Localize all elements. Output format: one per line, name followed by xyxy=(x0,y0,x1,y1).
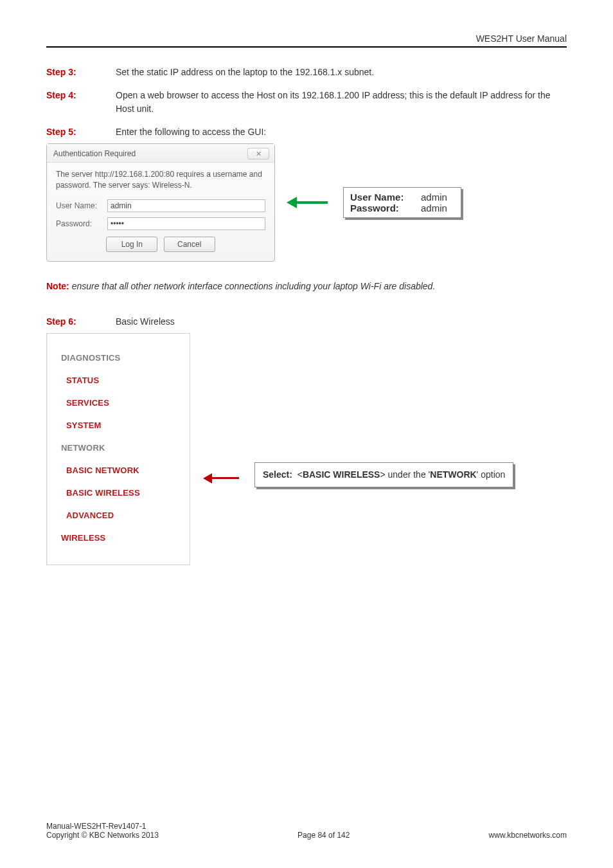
step3-label: Step 3: xyxy=(46,66,116,80)
cancel-button[interactable]: Cancel xyxy=(164,237,215,252)
select-instruction: Select: <BASIC WIRELESS> under the 'NETW… xyxy=(254,462,513,487)
auth-title-text: Authentication Required xyxy=(53,149,136,158)
select-prefix-bold: Select: xyxy=(263,469,292,480)
cred-pass-val: admin xyxy=(421,203,454,213)
note-text: ensure that all other network interface … xyxy=(69,281,436,291)
menu-services[interactable]: SERVICES xyxy=(47,392,190,414)
cred-user-key: User Name: xyxy=(350,192,421,203)
menu-basic-wireless[interactable]: BASIC WIRELESS xyxy=(47,482,190,504)
header-title: WES2HT User Manual xyxy=(46,33,567,48)
menu-network[interactable]: NETWORK xyxy=(47,437,190,459)
select-lt: < xyxy=(295,469,303,480)
auth-message: The server http://192.168.1.200:80 requi… xyxy=(56,169,265,191)
select-basic-wireless: BASIC WIRELESS xyxy=(303,469,380,480)
select-q2: ' option xyxy=(477,469,506,480)
username-label: User Name: xyxy=(56,201,107,210)
close-icon[interactable]: ✕ xyxy=(247,148,269,159)
menu-basic-network[interactable]: BASIC NETWORK xyxy=(47,459,190,482)
select-gt: > under the xyxy=(380,469,425,480)
menu-system[interactable]: SYSTEM xyxy=(47,414,190,437)
cred-pass-key: Password: xyxy=(350,203,421,213)
username-input[interactable] xyxy=(107,199,265,212)
password-input[interactable] xyxy=(107,217,265,230)
footer-page: Page 84 of 142 xyxy=(298,831,350,840)
footer-copyright: Copyright © KBC Networks 2013 xyxy=(46,831,159,840)
note-label: Note: xyxy=(46,281,69,291)
step4-label: Step 4: xyxy=(46,89,116,116)
step6-label: Step 6: xyxy=(46,315,116,329)
menu-wireless[interactable]: WIRELESS xyxy=(47,527,190,549)
footer-manual-id: Manual-WES2HT-Rev1407-1 xyxy=(46,822,159,831)
credentials-box: User Name:admin Password:admin xyxy=(343,187,461,218)
footer-url: www.kbcnetworks.com xyxy=(489,831,567,840)
nav-menu: DIAGNOSTICS STATUS SERVICES SYSTEM NETWO… xyxy=(46,333,190,565)
menu-diagnostics[interactable]: DIAGNOSTICS xyxy=(47,347,190,369)
password-label: Password: xyxy=(56,219,107,228)
cred-user-val: admin xyxy=(421,192,454,203)
arrow-left-icon xyxy=(203,473,239,484)
step5-text: Enter the following to access the GUI: xyxy=(116,125,567,140)
auth-dialog: Authentication Required ✕ The server htt… xyxy=(46,143,275,262)
arrow-left-icon xyxy=(287,197,328,208)
page-footer: Manual-WES2HT-Rev1407-1 Copyright © KBC … xyxy=(46,822,567,840)
step4-text: Open a web browser to access the Host on… xyxy=(116,89,567,116)
step3-text: Set the static IP address on the laptop … xyxy=(116,66,567,80)
step5-label: Step 5: xyxy=(46,125,116,140)
select-network: NETWORK xyxy=(430,469,476,480)
menu-status[interactable]: STATUS xyxy=(47,369,190,392)
menu-advanced[interactable]: ADVANCED xyxy=(47,504,190,527)
login-button[interactable]: Log In xyxy=(106,237,157,252)
step6-text: Basic Wireless xyxy=(116,315,567,329)
